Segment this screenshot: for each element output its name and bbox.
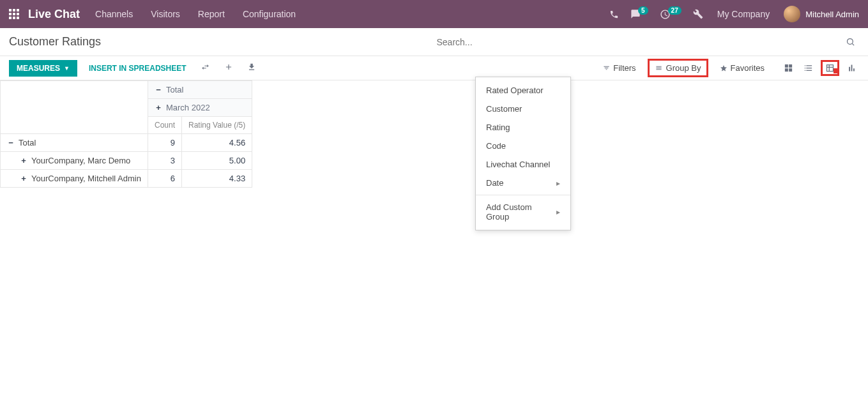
svg-rect-0 (9, 9, 11, 11)
svg-rect-11 (785, 64, 788, 68)
view-kanban-icon[interactable] (781, 61, 796, 75)
view-graph-icon[interactable] (844, 61, 859, 75)
filters-button[interactable]: Filters (598, 61, 641, 75)
favorites-label: Favorites (731, 63, 765, 73)
pivot-measure-count: Count (148, 117, 181, 134)
nav-configuration[interactable]: Configuration (243, 9, 296, 19)
pivot-table: −Total +March 2022 Count Rating Value (/… (0, 80, 252, 188)
pivot-view: −Total +March 2022 Count Rating Value (/… (0, 80, 868, 188)
user-name: Mitchell Admin (805, 10, 859, 19)
company-selector[interactable]: My Company (717, 9, 770, 19)
groupby-option-livechat-channel[interactable]: Livechat Channel (476, 155, 570, 174)
activity-badge: 27 (668, 6, 681, 15)
insert-spreadsheet-button[interactable]: INSERT IN SPREADSHEET (86, 60, 189, 77)
collapse-icon[interactable]: − (155, 85, 162, 94)
view-switcher (781, 60, 859, 76)
activity-icon[interactable]: 27 (660, 9, 681, 20)
chevron-right-icon: ▸ (556, 179, 560, 188)
expand-all-icon[interactable] (222, 60, 236, 76)
measures-button[interactable]: MEASURES ▼ (9, 60, 77, 77)
svg-rect-1 (13, 9, 15, 11)
search-input[interactable] (434, 33, 860, 51)
groupby-option-rated-operator[interactable]: Rated Operator (476, 81, 570, 100)
svg-rect-8 (17, 17, 19, 19)
svg-rect-3 (9, 13, 11, 15)
phone-icon[interactable] (609, 10, 619, 19)
app-brand[interactable]: Live Chat (28, 8, 80, 21)
svg-rect-7 (13, 17, 15, 19)
search-icon[interactable] (846, 37, 855, 49)
filters-label: Filters (613, 63, 636, 73)
groupby-option-customer[interactable]: Customer (476, 100, 570, 118)
svg-point-9 (848, 38, 853, 44)
groupby-option-code[interactable]: Code (476, 137, 570, 155)
pivot-measure-rating: Rating Value (/5) (182, 117, 252, 134)
download-icon[interactable] (245, 60, 259, 76)
svg-line-10 (852, 43, 854, 45)
pivot-col-period[interactable]: +March 2022 (148, 99, 252, 117)
apps-icon[interactable] (9, 9, 19, 19)
filter-group: Filters Group By Favorites (598, 59, 781, 77)
groupby-option-date[interactable]: Date▸ (476, 174, 570, 188)
messages-badge: 5 (638, 6, 648, 15)
group-by-button[interactable]: Group By (648, 59, 708, 77)
svg-rect-12 (789, 64, 792, 68)
svg-rect-2 (17, 9, 19, 11)
collapse-icon[interactable]: − (7, 138, 15, 147)
svg-rect-5 (17, 13, 19, 15)
pivot-row-total[interactable]: −Total 9 4.56 (1, 134, 252, 152)
pivot-row[interactable]: +YourCompany, Mitchell Admin 6 4.33 (1, 170, 252, 188)
control-bar: MEASURES ▼ INSERT IN SPREADSHEET Filters… (0, 56, 868, 80)
caret-down-icon: ▼ (64, 65, 70, 72)
messages-icon[interactable]: 5 (630, 9, 648, 19)
expand-icon[interactable]: + (20, 174, 27, 183)
svg-rect-13 (785, 68, 788, 72)
svg-rect-4 (13, 13, 15, 15)
expand-icon[interactable]: + (155, 103, 162, 112)
nav-report[interactable]: Report (198, 9, 225, 19)
settings-icon[interactable] (693, 9, 703, 19)
favorites-button[interactable]: Favorites (715, 61, 770, 75)
pivot-row[interactable]: +YourCompany, Marc Demo 3 5.00 (1, 152, 252, 170)
svg-rect-14 (789, 68, 792, 72)
pivot-col-total[interactable]: −Total (148, 81, 252, 99)
svg-rect-6 (9, 17, 11, 19)
user-menu[interactable]: Mitchell Admin (784, 6, 859, 22)
list-icon (655, 64, 663, 72)
subbar: Customer Ratings (0, 28, 868, 56)
page-title: Customer Ratings (0, 35, 434, 49)
star-icon (720, 64, 727, 72)
group-by-dropdown: Rated Operator Customer Rating Code Live… (475, 77, 571, 188)
funnel-icon (603, 64, 610, 72)
groupby-option-rating[interactable]: Rating (476, 118, 570, 137)
highlight-marker (834, 68, 839, 73)
view-list-icon[interactable] (801, 61, 816, 75)
topbar: Live Chat Channels Visitors Report Confi… (0, 0, 868, 28)
avatar (784, 6, 800, 22)
expand-icon[interactable]: + (20, 156, 27, 165)
measures-label: MEASURES (17, 64, 60, 73)
nav-visitors[interactable]: Visitors (151, 9, 180, 19)
nav-channels[interactable]: Channels (95, 9, 133, 19)
flip-axis-icon[interactable] (198, 60, 213, 76)
group-by-label: Group By (666, 63, 701, 73)
